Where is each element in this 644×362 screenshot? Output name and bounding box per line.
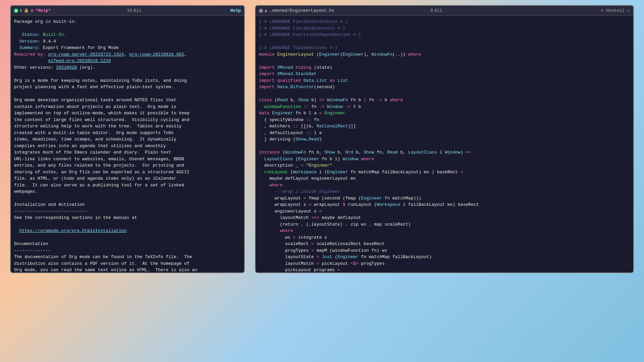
asterisk-icon: ✱	[31, 8, 33, 13]
left-count: 16	[127, 8, 132, 13]
package-line: Package org is built-in.	[14, 19, 77, 24]
left-help-label: Help	[230, 8, 241, 13]
left-window: ℹ 🔒 ✱ *Help* 16 All Help Package org is …	[10, 5, 245, 273]
titlebar-icons: ℹ 🔒 ✱	[20, 8, 33, 13]
left-window-title: *Help*	[35, 8, 124, 13]
left-titlebar: ℹ 🔒 ✱ *Help* 16 All Help	[11, 6, 244, 16]
right-code: {-# LANGUAGE FlexibleInstances #-} {-# L…	[259, 18, 630, 273]
right-count: 8	[430, 8, 433, 13]
haskell-label: Haskell	[606, 8, 625, 13]
window-dot-gray	[259, 9, 263, 13]
right-titlebar: ▶ .xmonad/EngineerLayout.hs 8 All ➤ Hask…	[256, 6, 633, 16]
right-all: All	[434, 8, 442, 13]
left-content: Package org is built-in. Status: Built-I…	[11, 16, 244, 273]
arrow-icon: ➤	[601, 8, 604, 13]
right-window-title: .xmonad/EngineerLayout.hs	[269, 8, 428, 13]
window-dot-green	[14, 9, 18, 13]
lock-icon: 🔒	[24, 8, 29, 13]
terminal-icon: ▶	[265, 8, 268, 13]
install-link[interactable]: https://orgmode.org/org.html#Installatio…	[19, 228, 127, 233]
left-code: Package org is built-in. Status: Built-I…	[14, 18, 241, 273]
right-window: ▶ .xmonad/EngineerLayout.hs 8 All ➤ Hask…	[255, 5, 634, 273]
left-all: All	[133, 8, 141, 13]
check-icon: ✓	[627, 8, 630, 13]
right-content: {-# LANGUAGE FlexibleInstances #-} {-# L…	[256, 16, 633, 273]
info-icon: ℹ	[20, 8, 22, 13]
